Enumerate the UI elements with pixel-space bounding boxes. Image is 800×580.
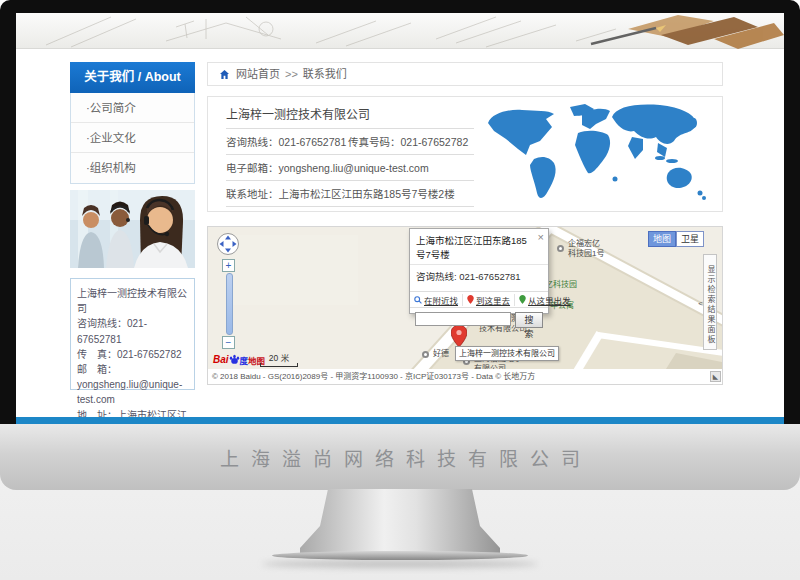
- map-info-window: 上海市松江区江田东路185号7号楼 × 咨询热线: 021-67652781 在…: [409, 228, 549, 314]
- map-corner-button[interactable]: ◣: [710, 371, 721, 382]
- home-icon: [220, 64, 229, 86]
- monitor-chin: 上海溢尚网络科技有限公司: [0, 424, 800, 490]
- contact-info-box: 上海梓一测控技术有限公司 咨询热线：021-67652781 传真号码：021-…: [207, 96, 723, 212]
- map-type-satellite-button[interactable]: 卫星: [676, 231, 704, 247]
- monitor-stand: [300, 489, 500, 553]
- card-line: 传 真：021-67652782: [77, 347, 188, 362]
- breadcrumb-separator: >>: [285, 68, 298, 80]
- map-type-map-button[interactable]: 地图: [648, 231, 676, 247]
- world-map-image: [482, 101, 714, 207]
- card-line: 咨询热线：021-67652781: [77, 316, 188, 346]
- breadcrumb: 网站首页>>联系我们: [207, 62, 723, 86]
- green-pin-icon: [519, 295, 526, 304]
- sidebar-item-company-profile[interactable]: ·公司简介: [71, 93, 194, 123]
- poi-haode[interactable]: 好德: [433, 349, 449, 359]
- contact-company-name: 上海梓一测控技术有限公司: [226, 105, 474, 129]
- zoom-slider[interactable]: [226, 273, 233, 335]
- card-line: 邮 箱：: [77, 362, 188, 377]
- info-window-title: 上海市松江区江田东路185号7号楼: [410, 229, 548, 265]
- contact-fax: 传真号码：021-67652782: [348, 134, 474, 155]
- marker-tooltip: 上海梓一测控技术有限公司: [455, 346, 559, 361]
- results-panel-toggle[interactable]: 显示检索结果面板<: [703, 254, 717, 350]
- map-scale: 20 米: [260, 351, 298, 367]
- map-search-input[interactable]: [415, 312, 511, 326]
- card-company: 上海梓一测控技术有限公司: [77, 286, 188, 316]
- contact-row-email: 电子邮箱：yongsheng.liu@unique-test.com: [226, 160, 474, 181]
- banner-image: [16, 13, 784, 49]
- sidebar-item-organization[interactable]: ·组织机构: [71, 153, 194, 183]
- screen: 关于我们 / About ·公司简介 ·企业文化 ·组织机构: [16, 13, 784, 424]
- map-type-switch: 地图 卫星: [648, 231, 704, 247]
- zoom-out-button[interactable]: −: [222, 336, 235, 349]
- info-window-tabs: 在附近找 到这里去 从这里出发: [410, 291, 548, 308]
- sidebar-contact-card: 上海梓一测控技术有限公司 咨询热线：021-67652781 传 真：021-6…: [70, 278, 195, 390]
- poi-icon[interactable]: [422, 351, 429, 358]
- monitor-shadow: [262, 560, 538, 568]
- tab-directions-from[interactable]: 从这里出发: [515, 294, 575, 306]
- baidu-paw-icon: [229, 354, 240, 365]
- blueprint-sketch-graphic: [16, 13, 784, 49]
- zoom-in-button[interactable]: +: [222, 259, 235, 272]
- poi-icon[interactable]: [557, 245, 564, 252]
- map-zoom-control: + −: [222, 259, 236, 349]
- breadcrumb-home-link[interactable]: 网站首页: [236, 68, 280, 80]
- card-line: yongsheng.liu@unique-test.com: [77, 377, 188, 407]
- map-search-button[interactable]: 搜索: [515, 312, 543, 328]
- monitor-frame: 关于我们 / About ·公司简介 ·企业文化 ·组织机构: [0, 0, 800, 424]
- customer-service-photo: [70, 190, 195, 268]
- scale-label: 20 米: [260, 351, 298, 363]
- contact-row-address: 联系地址：上海市松江区江田东路185号7号楼2楼: [226, 186, 474, 207]
- monitor-brand-text: 上海溢尚网络科技有限公司: [208, 444, 592, 471]
- page-footer-bar: [16, 417, 784, 424]
- sidebar-menu: ·公司简介 ·企业文化 ·组织机构: [70, 93, 195, 184]
- magnifier-icon: [414, 296, 422, 304]
- close-icon[interactable]: ×: [538, 231, 544, 243]
- baidu-logo: Bai 度 地图: [213, 353, 265, 366]
- poi-tech-park[interactable]: 企福宏亿 科技园1号: [568, 239, 604, 258]
- map-canvas[interactable]: 企福宏亿 科技园1号 企福宏亿科技园 西北门 新青年公寓 上海梓一测控 技术有限…: [208, 227, 722, 369]
- map-container: 企福宏亿 科技园1号 企福宏亿科技园 西北门 新青年公寓 上海梓一测控 技术有限…: [207, 226, 723, 385]
- contact-email: 电子邮箱：yongsheng.liu@unique-test.com: [226, 160, 474, 181]
- contact-row-phone: 咨询热线：021-67652781 传真号码：021-67652782: [226, 134, 474, 155]
- info-window-hotline: 咨询热线: 021-67652781: [410, 265, 548, 291]
- red-pin-icon: [467, 295, 474, 304]
- scale-bar: [260, 363, 298, 367]
- monitor-mockup: 关于我们 / About ·公司简介 ·企业文化 ·组织机构: [0, 0, 800, 580]
- monitor-base: [272, 551, 528, 560]
- contact-address: 联系地址：上海市松江区江田东路185号7号楼2楼: [226, 186, 474, 207]
- contact-hotline: 咨询热线：021-67652781: [226, 134, 348, 155]
- sidebar-item-corporate-culture[interactable]: ·企业文化: [71, 123, 194, 153]
- sidebar-title: 关于我们 / About: [70, 62, 195, 93]
- tab-search-nearby[interactable]: 在附近找: [410, 294, 463, 306]
- map-pan-control[interactable]: [216, 232, 240, 260]
- breadcrumb-current[interactable]: 联系我们: [303, 68, 347, 80]
- map-copyright: © 2018 Baidu - GS(2016)2089号 - 甲测资字11009…: [208, 369, 722, 384]
- tab-directions-to[interactable]: 到这里去: [463, 294, 515, 306]
